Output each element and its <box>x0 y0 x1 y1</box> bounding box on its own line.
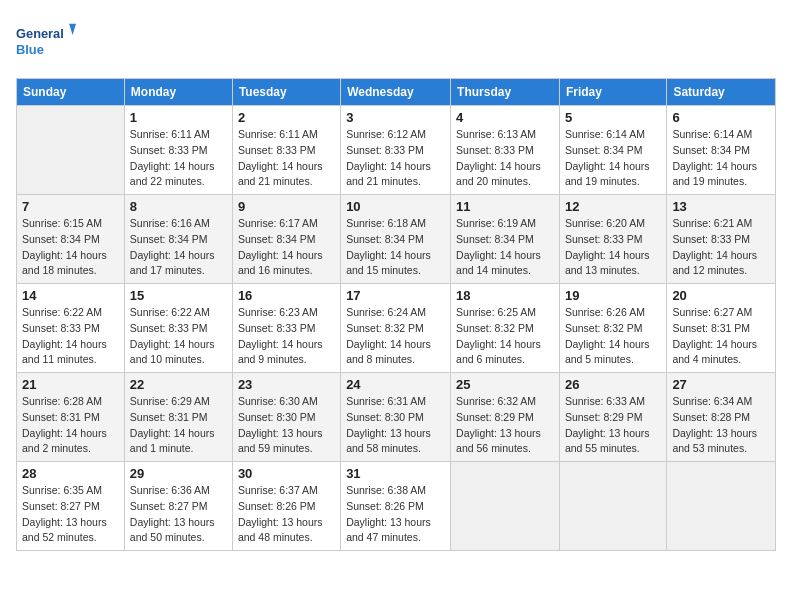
day-number: 19 <box>565 288 661 303</box>
day-number: 20 <box>672 288 770 303</box>
day-number: 18 <box>456 288 554 303</box>
day-info: Sunrise: 6:27 AM Sunset: 8:31 PM Dayligh… <box>672 305 770 368</box>
day-info: Sunrise: 6:18 AM Sunset: 8:34 PM Dayligh… <box>346 216 445 279</box>
day-number: 25 <box>456 377 554 392</box>
calendar-cell: 20Sunrise: 6:27 AM Sunset: 8:31 PM Dayli… <box>667 284 776 373</box>
svg-text:Blue: Blue <box>16 42 44 57</box>
calendar-cell: 9Sunrise: 6:17 AM Sunset: 8:34 PM Daylig… <box>232 195 340 284</box>
logo: General Blue <box>16 16 76 66</box>
calendar-cell: 13Sunrise: 6:21 AM Sunset: 8:33 PM Dayli… <box>667 195 776 284</box>
day-number: 14 <box>22 288 119 303</box>
day-number: 17 <box>346 288 445 303</box>
calendar-cell: 23Sunrise: 6:30 AM Sunset: 8:30 PM Dayli… <box>232 373 340 462</box>
day-number: 26 <box>565 377 661 392</box>
day-info: Sunrise: 6:22 AM Sunset: 8:33 PM Dayligh… <box>130 305 227 368</box>
day-number: 30 <box>238 466 335 481</box>
calendar-cell: 18Sunrise: 6:25 AM Sunset: 8:32 PM Dayli… <box>451 284 560 373</box>
day-number: 4 <box>456 110 554 125</box>
day-info: Sunrise: 6:13 AM Sunset: 8:33 PM Dayligh… <box>456 127 554 190</box>
calendar-cell: 26Sunrise: 6:33 AM Sunset: 8:29 PM Dayli… <box>559 373 666 462</box>
day-number: 23 <box>238 377 335 392</box>
day-info: Sunrise: 6:23 AM Sunset: 8:33 PM Dayligh… <box>238 305 335 368</box>
calendar-cell: 7Sunrise: 6:15 AM Sunset: 8:34 PM Daylig… <box>17 195 125 284</box>
day-info: Sunrise: 6:37 AM Sunset: 8:26 PM Dayligh… <box>238 483 335 546</box>
day-number: 10 <box>346 199 445 214</box>
day-number: 27 <box>672 377 770 392</box>
day-number: 22 <box>130 377 227 392</box>
day-info: Sunrise: 6:36 AM Sunset: 8:27 PM Dayligh… <box>130 483 227 546</box>
day-info: Sunrise: 6:11 AM Sunset: 8:33 PM Dayligh… <box>238 127 335 190</box>
day-info: Sunrise: 6:20 AM Sunset: 8:33 PM Dayligh… <box>565 216 661 279</box>
day-number: 2 <box>238 110 335 125</box>
day-info: Sunrise: 6:34 AM Sunset: 8:28 PM Dayligh… <box>672 394 770 457</box>
weekday-header-monday: Monday <box>124 79 232 106</box>
calendar-cell <box>17 106 125 195</box>
calendar-cell: 5Sunrise: 6:14 AM Sunset: 8:34 PM Daylig… <box>559 106 666 195</box>
day-info: Sunrise: 6:31 AM Sunset: 8:30 PM Dayligh… <box>346 394 445 457</box>
day-info: Sunrise: 6:35 AM Sunset: 8:27 PM Dayligh… <box>22 483 119 546</box>
day-info: Sunrise: 6:38 AM Sunset: 8:26 PM Dayligh… <box>346 483 445 546</box>
calendar-cell: 25Sunrise: 6:32 AM Sunset: 8:29 PM Dayli… <box>451 373 560 462</box>
calendar-cell: 14Sunrise: 6:22 AM Sunset: 8:33 PM Dayli… <box>17 284 125 373</box>
header: General Blue <box>16 16 776 66</box>
day-info: Sunrise: 6:33 AM Sunset: 8:29 PM Dayligh… <box>565 394 661 457</box>
calendar-cell: 29Sunrise: 6:36 AM Sunset: 8:27 PM Dayli… <box>124 462 232 551</box>
day-number: 12 <box>565 199 661 214</box>
calendar-cell: 8Sunrise: 6:16 AM Sunset: 8:34 PM Daylig… <box>124 195 232 284</box>
day-number: 6 <box>672 110 770 125</box>
calendar-cell: 27Sunrise: 6:34 AM Sunset: 8:28 PM Dayli… <box>667 373 776 462</box>
svg-text:General: General <box>16 26 64 41</box>
day-info: Sunrise: 6:25 AM Sunset: 8:32 PM Dayligh… <box>456 305 554 368</box>
calendar-cell: 22Sunrise: 6:29 AM Sunset: 8:31 PM Dayli… <box>124 373 232 462</box>
calendar-cell: 3Sunrise: 6:12 AM Sunset: 8:33 PM Daylig… <box>341 106 451 195</box>
calendar-cell: 28Sunrise: 6:35 AM Sunset: 8:27 PM Dayli… <box>17 462 125 551</box>
day-number: 1 <box>130 110 227 125</box>
calendar-cell <box>451 462 560 551</box>
calendar-cell <box>559 462 666 551</box>
calendar-cell: 16Sunrise: 6:23 AM Sunset: 8:33 PM Dayli… <box>232 284 340 373</box>
day-info: Sunrise: 6:16 AM Sunset: 8:34 PM Dayligh… <box>130 216 227 279</box>
day-number: 21 <box>22 377 119 392</box>
calendar-cell: 11Sunrise: 6:19 AM Sunset: 8:34 PM Dayli… <box>451 195 560 284</box>
calendar-cell: 6Sunrise: 6:14 AM Sunset: 8:34 PM Daylig… <box>667 106 776 195</box>
day-number: 3 <box>346 110 445 125</box>
day-number: 24 <box>346 377 445 392</box>
calendar-cell: 24Sunrise: 6:31 AM Sunset: 8:30 PM Dayli… <box>341 373 451 462</box>
calendar-cell <box>667 462 776 551</box>
day-number: 15 <box>130 288 227 303</box>
day-info: Sunrise: 6:28 AM Sunset: 8:31 PM Dayligh… <box>22 394 119 457</box>
calendar-cell: 10Sunrise: 6:18 AM Sunset: 8:34 PM Dayli… <box>341 195 451 284</box>
day-info: Sunrise: 6:12 AM Sunset: 8:33 PM Dayligh… <box>346 127 445 190</box>
calendar-cell: 4Sunrise: 6:13 AM Sunset: 8:33 PM Daylig… <box>451 106 560 195</box>
calendar-cell: 19Sunrise: 6:26 AM Sunset: 8:32 PM Dayli… <box>559 284 666 373</box>
day-info: Sunrise: 6:24 AM Sunset: 8:32 PM Dayligh… <box>346 305 445 368</box>
calendar-cell: 17Sunrise: 6:24 AM Sunset: 8:32 PM Dayli… <box>341 284 451 373</box>
day-info: Sunrise: 6:22 AM Sunset: 8:33 PM Dayligh… <box>22 305 119 368</box>
day-info: Sunrise: 6:21 AM Sunset: 8:33 PM Dayligh… <box>672 216 770 279</box>
day-number: 9 <box>238 199 335 214</box>
day-number: 28 <box>22 466 119 481</box>
weekday-header-saturday: Saturday <box>667 79 776 106</box>
day-number: 5 <box>565 110 661 125</box>
day-number: 8 <box>130 199 227 214</box>
day-number: 31 <box>346 466 445 481</box>
weekday-header-friday: Friday <box>559 79 666 106</box>
weekday-header-thursday: Thursday <box>451 79 560 106</box>
calendar-cell: 2Sunrise: 6:11 AM Sunset: 8:33 PM Daylig… <box>232 106 340 195</box>
day-number: 16 <box>238 288 335 303</box>
day-number: 7 <box>22 199 119 214</box>
day-info: Sunrise: 6:17 AM Sunset: 8:34 PM Dayligh… <box>238 216 335 279</box>
day-info: Sunrise: 6:11 AM Sunset: 8:33 PM Dayligh… <box>130 127 227 190</box>
logo-svg: General Blue <box>16 16 76 66</box>
calendar-cell: 21Sunrise: 6:28 AM Sunset: 8:31 PM Dayli… <box>17 373 125 462</box>
day-info: Sunrise: 6:15 AM Sunset: 8:34 PM Dayligh… <box>22 216 119 279</box>
day-info: Sunrise: 6:14 AM Sunset: 8:34 PM Dayligh… <box>672 127 770 190</box>
day-number: 13 <box>672 199 770 214</box>
calendar-cell: 12Sunrise: 6:20 AM Sunset: 8:33 PM Dayli… <box>559 195 666 284</box>
calendar-cell: 1Sunrise: 6:11 AM Sunset: 8:33 PM Daylig… <box>124 106 232 195</box>
day-info: Sunrise: 6:19 AM Sunset: 8:34 PM Dayligh… <box>456 216 554 279</box>
weekday-header-sunday: Sunday <box>17 79 125 106</box>
weekday-header-wednesday: Wednesday <box>341 79 451 106</box>
day-info: Sunrise: 6:14 AM Sunset: 8:34 PM Dayligh… <box>565 127 661 190</box>
calendar-cell: 30Sunrise: 6:37 AM Sunset: 8:26 PM Dayli… <box>232 462 340 551</box>
